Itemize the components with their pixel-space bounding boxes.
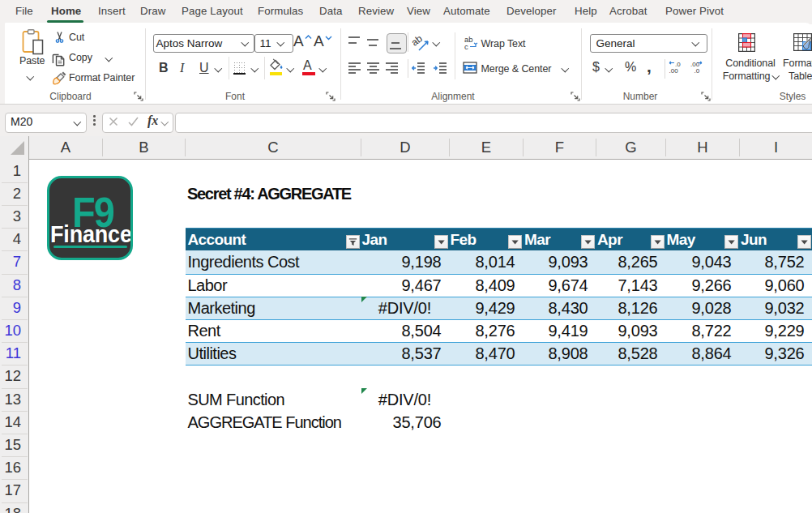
- svg-text:.00: .00: [669, 67, 679, 74]
- svg-text:c: c: [464, 42, 468, 50]
- svg-text:.0: .0: [694, 67, 700, 74]
